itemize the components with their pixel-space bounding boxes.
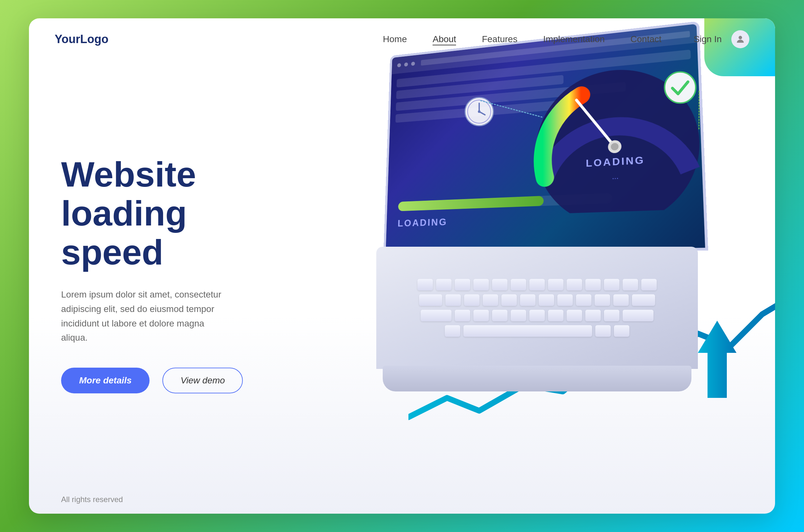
key <box>492 279 508 290</box>
key <box>455 279 470 290</box>
hero-subtitle: Lorem ipsum dolor sit amet, consectetur … <box>61 288 228 345</box>
more-details-button[interactable]: More details <box>61 368 150 393</box>
key <box>529 279 545 290</box>
keyboard-row-2 <box>419 294 655 306</box>
key <box>520 294 535 306</box>
key <box>557 294 573 306</box>
key <box>445 294 461 306</box>
key <box>613 294 629 306</box>
nav-item-contact[interactable]: Contact <box>630 34 662 44</box>
key <box>421 310 452 321</box>
hero-title: Website loading speed <box>61 155 254 271</box>
key <box>576 294 591 306</box>
nav-links: Home About Features Implementation Conta… <box>383 34 662 44</box>
screen-dot <box>411 61 415 65</box>
key <box>567 310 582 321</box>
check-dashed-line <box>698 91 700 129</box>
check-svg <box>663 70 698 105</box>
key <box>464 294 479 306</box>
keyboard-row-1 <box>418 279 657 290</box>
nav-item-features[interactable]: Features <box>482 34 517 44</box>
speedometer-gauge: LOADING ... <box>522 38 705 215</box>
key <box>632 294 655 306</box>
footer: All rights reserved <box>61 495 123 504</box>
nav-right: Sign In <box>694 30 749 48</box>
nav-item-about[interactable]: About <box>433 34 456 44</box>
user-avatar-icon <box>735 34 745 44</box>
key <box>473 279 489 290</box>
hero-text: Website loading speed Lorem ipsum dolor … <box>61 155 254 393</box>
key <box>623 279 638 290</box>
key <box>511 310 526 321</box>
laptop-keyboard <box>376 247 698 369</box>
view-demo-button[interactable]: View demo <box>162 368 243 393</box>
hero-buttons: More details View demo <box>61 368 254 393</box>
key <box>436 279 452 290</box>
screen-dot <box>404 62 408 66</box>
key <box>539 294 554 306</box>
keyboard-row-3 <box>421 310 653 321</box>
key <box>455 310 470 321</box>
svg-point-11 <box>478 110 480 113</box>
key <box>595 325 611 337</box>
illustration: LOADING <box>344 18 775 424</box>
key <box>419 294 442 306</box>
screen-dot <box>397 63 401 67</box>
svg-point-12 <box>665 72 696 103</box>
key <box>445 325 460 337</box>
nav-item-implementation[interactable]: Implementation <box>543 34 605 44</box>
footer-rights: All rights reserved <box>61 495 123 504</box>
key <box>548 279 563 290</box>
key <box>529 310 545 321</box>
loading-label: LOADING <box>398 216 447 229</box>
key <box>614 325 629 337</box>
key <box>604 279 619 290</box>
key <box>604 310 619 321</box>
key <box>641 279 657 290</box>
logo[interactable]: YourLogo <box>55 33 108 46</box>
key <box>511 279 526 290</box>
keyboard-row-4 <box>445 325 629 337</box>
nav-item-home[interactable]: Home <box>383 34 407 44</box>
check-icon <box>663 70 698 105</box>
key <box>473 310 489 321</box>
svg-marker-14 <box>698 321 736 398</box>
navbar: YourLogo Home About Features Implementat… <box>29 18 775 60</box>
key <box>463 325 592 337</box>
svg-point-0 <box>739 36 742 39</box>
sign-in-link[interactable]: Sign In <box>694 34 722 44</box>
key <box>595 294 610 306</box>
key <box>585 310 601 321</box>
laptop-tray <box>383 366 691 392</box>
user-icon[interactable] <box>731 30 749 48</box>
key <box>483 294 498 306</box>
key <box>501 294 517 306</box>
svg-text:...: ... <box>612 172 619 181</box>
page-wrapper: YourLogo Home About Features Implementat… <box>29 18 775 514</box>
key <box>585 279 601 290</box>
key <box>548 310 563 321</box>
clock-icon <box>463 96 495 128</box>
key <box>567 279 582 290</box>
key <box>492 310 508 321</box>
clock-svg <box>463 96 495 128</box>
key <box>418 279 433 290</box>
key <box>623 310 653 321</box>
